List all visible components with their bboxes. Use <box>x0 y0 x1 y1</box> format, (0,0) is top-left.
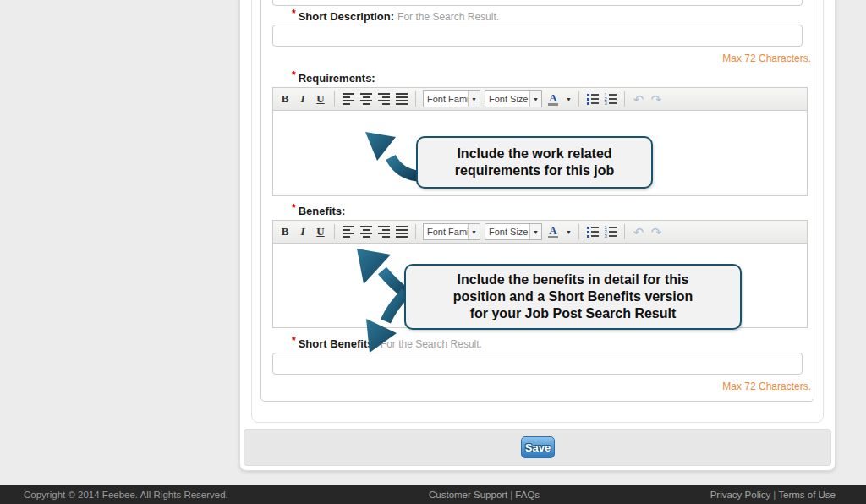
callout-text: Include the work related <box>457 145 611 162</box>
font-color-button[interactable]: A <box>546 223 560 240</box>
toolbar-separator <box>578 224 579 239</box>
privacy-policy-link[interactable]: Privacy Policy <box>710 490 771 500</box>
bold-button[interactable]: B <box>278 90 292 107</box>
font-color-icon: A <box>548 225 557 238</box>
font-color-button[interactable]: A <box>546 90 560 107</box>
footer-center-links: Customer Support|FAQs <box>429 485 540 504</box>
save-button[interactable]: Save <box>521 436 555 458</box>
font-size-select[interactable]: Font Size▼ <box>485 223 542 240</box>
font-color-dropdown[interactable]: ▼ <box>566 96 572 102</box>
align-center-button[interactable] <box>359 90 373 107</box>
benefits-label: Benefits: <box>299 205 346 217</box>
footer-separator: | <box>770 490 778 500</box>
job-post-form-page: *Short Description:For the Search Result… <box>0 0 866 504</box>
footer-separator: | <box>507 490 515 500</box>
align-right-icon <box>378 225 390 238</box>
align-right-button[interactable] <box>377 90 391 107</box>
requirements-label: Requirements: <box>299 72 375 85</box>
bold-button[interactable]: B <box>278 223 292 240</box>
callout-text: for your Job Post Search Result <box>470 305 677 322</box>
underline-icon: U <box>316 225 324 238</box>
font-color-dropdown[interactable]: ▼ <box>566 229 572 235</box>
numbered-list-button[interactable]: 1 2 3 <box>604 223 617 240</box>
short-benefits-max-note: Max 72 Characters. <box>272 381 811 392</box>
toolbar-separator <box>334 91 335 107</box>
bold-icon: B <box>282 225 289 238</box>
align-center-icon <box>360 92 372 106</box>
align-justify-icon <box>396 92 408 106</box>
field-above-cutoff[interactable] <box>272 0 803 6</box>
numbered-list-icon: 1 2 3 <box>604 94 617 105</box>
align-center-icon <box>360 225 372 238</box>
underline-button[interactable]: U <box>314 223 327 240</box>
required-asterisk: * <box>292 69 296 81</box>
benefits-callout: Include the benefits in detail for this … <box>404 264 742 330</box>
toolbar-separator <box>624 224 625 239</box>
footer: Copyright © 2014 Feebee. All Rights Rese… <box>0 485 866 504</box>
requirements-callout: Include the work related requirements fo… <box>416 136 653 189</box>
align-justify-button[interactable] <box>395 223 408 240</box>
underline-icon: U <box>316 92 324 106</box>
font-color-icon: A <box>548 92 557 106</box>
italic-icon: I <box>300 225 304 238</box>
requirements-label-row: *Requirements: <box>292 72 375 85</box>
toolbar-separator <box>415 224 416 239</box>
redo-icon[interactable]: ↷ <box>650 223 663 240</box>
toolbar-separator <box>624 91 625 107</box>
toolbar-separator <box>415 91 416 107</box>
align-center-button[interactable] <box>359 223 373 240</box>
terms-of-use-link[interactable]: Terms of Use <box>778 490 836 500</box>
align-left-button[interactable] <box>342 223 355 240</box>
font-size-select[interactable]: Font Size▼ <box>485 90 542 107</box>
bullet-list-button[interactable] <box>586 223 600 240</box>
required-asterisk: * <box>292 335 296 347</box>
undo-icon[interactable]: ↶ <box>632 90 645 107</box>
align-justify-button[interactable] <box>395 90 408 107</box>
italic-button[interactable]: I <box>296 223 310 240</box>
short-description-input[interactable] <box>272 25 803 47</box>
numbered-list-icon: 1 2 3 <box>604 227 617 238</box>
undo-icon[interactable]: ↶ <box>632 223 645 240</box>
bullet-list-button[interactable] <box>586 90 600 107</box>
short-description-label: Short Description: <box>299 10 394 23</box>
align-justify-icon <box>396 225 408 238</box>
required-asterisk: * <box>292 8 296 19</box>
callout-text: requirements for this job <box>455 162 614 179</box>
align-right-button[interactable] <box>377 223 391 240</box>
chevron-down-icon: ▼ <box>529 224 541 239</box>
benefits-editor-toolbar: B I U Font Family▼ Font Size▼ A ▼ <box>273 221 807 244</box>
short-benefits-input[interactable] <box>272 353 803 375</box>
align-right-icon <box>378 92 390 106</box>
footer-right-links: Privacy Policy|Terms of Use <box>710 485 836 504</box>
redo-icon[interactable]: ↷ <box>650 90 663 107</box>
short-description-hint: For the Search Result. <box>397 11 499 23</box>
italic-icon: I <box>300 92 304 106</box>
toolbar-separator <box>334 224 335 239</box>
align-left-button[interactable] <box>342 90 355 107</box>
callout-text: position and a Short Benefits version <box>453 288 693 305</box>
bold-icon: B <box>282 92 289 106</box>
chevron-down-icon: ▼ <box>468 91 480 107</box>
chevron-down-icon: ▼ <box>529 91 541 107</box>
font-family-select[interactable]: Font Family▼ <box>423 90 480 107</box>
chevron-down-icon: ▼ <box>468 224 480 239</box>
callout-arrow-down-icon <box>355 288 409 355</box>
callout-text: Include the benefits in detail for this <box>458 271 689 288</box>
bullet-list-icon <box>587 94 599 105</box>
align-left-icon <box>343 225 354 238</box>
required-asterisk: * <box>292 202 296 214</box>
callout-arrow-icon <box>359 125 421 193</box>
faqs-link[interactable]: FAQs <box>515 490 540 500</box>
short-description-max-note: Max 72 Characters. <box>272 52 811 64</box>
numbered-list-button[interactable]: 1 2 3 <box>604 90 617 107</box>
italic-button[interactable]: I <box>296 90 310 107</box>
footer-copyright: Copyright © 2014 Feebee. All Rights Rese… <box>24 485 228 504</box>
toolbar-separator <box>578 91 579 107</box>
bullet-list-icon <box>587 227 599 238</box>
font-family-select[interactable]: Font Family▼ <box>423 223 480 240</box>
short-description-label-row: *Short Description:For the Search Result… <box>292 10 499 23</box>
customer-support-link[interactable]: Customer Support <box>429 490 507 500</box>
underline-button[interactable]: U <box>314 90 327 107</box>
benefits-label-row: *Benefits: <box>292 205 345 217</box>
requirements-editor-toolbar: B I U Font Family▼ Font Size▼ A ▼ <box>273 88 807 111</box>
